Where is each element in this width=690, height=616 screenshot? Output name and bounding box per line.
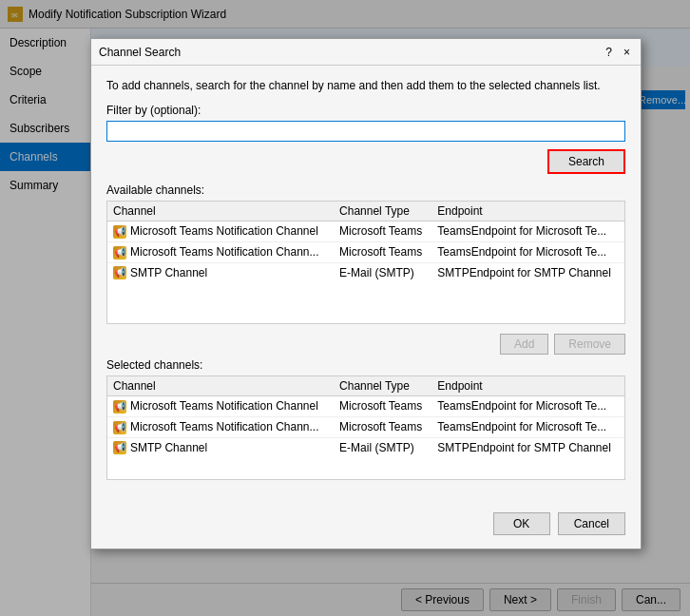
selected-channel-type: Microsoft Teams xyxy=(334,396,431,417)
selected-channel-type: Microsoft Teams xyxy=(334,416,431,437)
col-endpoint-avail: Endpoint xyxy=(431,202,624,221)
col-type-avail: Channel Type xyxy=(334,202,431,221)
selected-row[interactable]: 📢Microsoft Teams Notification Chann... M… xyxy=(107,416,624,437)
available-table: Channel Channel Type Endpoint 📢Microsoft… xyxy=(107,202,624,282)
selected-channel-type: E-Mail (SMTP) xyxy=(334,437,431,457)
available-section-label: Available channels: xyxy=(106,183,625,197)
filter-label: Filter by (optional): xyxy=(106,104,625,117)
col-channel-avail: Channel xyxy=(107,202,334,221)
selected-section-label: Selected channels: xyxy=(106,358,625,372)
modal-title: Channel Search xyxy=(99,46,181,59)
modal-footer: OK Cancel xyxy=(91,503,641,549)
table-action-row: Add Remove xyxy=(106,334,625,355)
cancel-button[interactable]: Cancel xyxy=(558,512,625,535)
selected-row[interactable]: 📢Microsoft Teams Notification Channel Mi… xyxy=(107,396,624,417)
selected-endpoint: SMTPEndpoint for SMTP Channel xyxy=(431,437,624,457)
available-channel-type: E-Mail (SMTP) xyxy=(334,262,431,282)
modal-body: To add channels, search for the channel … xyxy=(91,66,641,503)
available-endpoint: TeamsEndpoint for Microsoft Te... xyxy=(431,241,624,262)
available-endpoint: SMTPEndpoint for SMTP Channel xyxy=(431,262,624,282)
modal-help-button[interactable]: ? xyxy=(603,46,615,59)
modal-close-button[interactable]: × xyxy=(621,46,633,59)
filter-row xyxy=(106,121,625,142)
channel-search-modal: Channel Search ? × To add channels, sear… xyxy=(90,38,642,549)
selected-endpoint: TeamsEndpoint for Microsoft Te... xyxy=(431,396,624,417)
available-channel-type: Microsoft Teams xyxy=(334,221,431,242)
modal-titlebar: Channel Search ? × xyxy=(91,39,641,66)
col-channel-sel: Channel xyxy=(107,376,334,396)
selected-table: Channel Channel Type Endpoint 📢Microsoft… xyxy=(107,376,624,457)
available-row[interactable]: 📢Microsoft Teams Notification Chann... M… xyxy=(107,241,624,262)
app-window: ✉ Modify Notification Subscription Wizar… xyxy=(0,0,690,616)
search-row: Search xyxy=(106,149,625,174)
available-row[interactable]: 📢SMTP Channel E-Mail (SMTP) SMTPEndpoint… xyxy=(107,262,624,282)
search-button[interactable]: Search xyxy=(547,149,625,174)
available-channel-type: Microsoft Teams xyxy=(334,241,431,262)
modal-controls: ? × xyxy=(603,46,633,59)
col-type-sel: Channel Type xyxy=(334,376,431,396)
selected-channel-name: 📢SMTP Channel xyxy=(107,437,334,457)
remove-from-available-button[interactable]: Remove xyxy=(554,334,625,355)
filter-input[interactable] xyxy=(106,121,625,142)
add-button[interactable]: Add xyxy=(500,334,548,355)
modal-instruction: To add channels, search for the channel … xyxy=(106,79,625,92)
col-endpoint-sel: Endpoint xyxy=(431,376,624,396)
available-endpoint: TeamsEndpoint for Microsoft Te... xyxy=(431,221,624,242)
available-channel-name: 📢Microsoft Teams Notification Chann... xyxy=(107,241,334,262)
available-row[interactable]: 📢Microsoft Teams Notification Channel Mi… xyxy=(107,221,624,242)
selected-channel-name: 📢Microsoft Teams Notification Channel xyxy=(107,396,334,417)
available-channel-name: 📢SMTP Channel xyxy=(107,262,334,282)
available-channels-table: Channel Channel Type Endpoint 📢Microsoft… xyxy=(106,201,625,324)
ok-button[interactable]: OK xyxy=(493,512,550,535)
selected-channel-name: 📢Microsoft Teams Notification Chann... xyxy=(107,416,334,437)
available-channel-name: 📢Microsoft Teams Notification Channel xyxy=(107,221,334,242)
selected-row[interactable]: 📢SMTP Channel E-Mail (SMTP) SMTPEndpoint… xyxy=(107,437,624,457)
selected-endpoint: TeamsEndpoint for Microsoft Te... xyxy=(431,416,624,437)
selected-channels-table: Channel Channel Type Endpoint 📢Microsoft… xyxy=(106,375,625,480)
